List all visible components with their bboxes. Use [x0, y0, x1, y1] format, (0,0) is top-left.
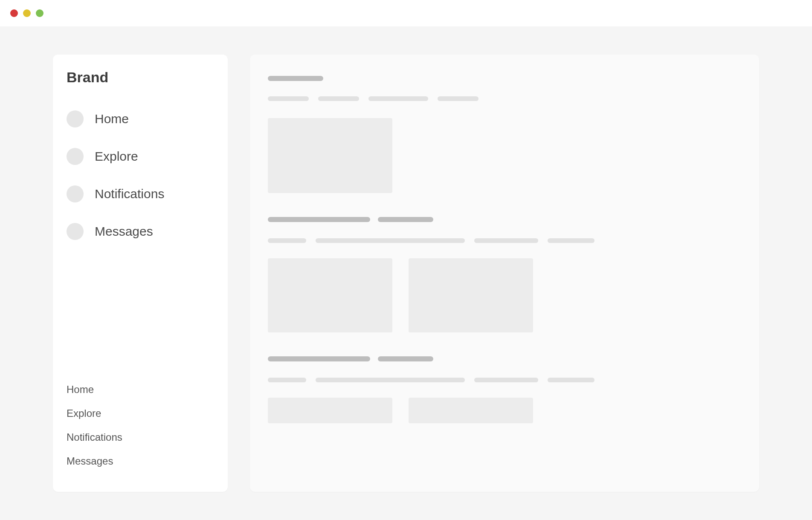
skeleton-line: [316, 378, 465, 382]
nav-secondary-home[interactable]: Home: [67, 384, 214, 396]
skeleton-line: [474, 378, 538, 382]
skeleton-line: [268, 238, 306, 243]
skeleton-line: [268, 217, 370, 222]
skeleton-line: [378, 217, 433, 222]
home-icon: [67, 110, 84, 127]
explore-icon: [67, 148, 84, 165]
messages-icon: [67, 223, 84, 240]
window-controls: [0, 0, 812, 26]
skeleton-media-placeholder: [268, 118, 392, 193]
skeleton-media-placeholder: [268, 398, 392, 423]
nav-item-messages[interactable]: Messages: [67, 223, 214, 240]
nav-label: Notifications: [95, 187, 164, 201]
skeleton-line: [268, 76, 323, 81]
notifications-icon: [67, 185, 84, 202]
skeleton-line: [548, 378, 594, 382]
skeleton-line: [316, 238, 465, 243]
nav-item-notifications[interactable]: Notifications: [67, 185, 214, 202]
layout: Brand Home Explore Notifications Message…: [53, 55, 759, 492]
skeleton-media-row: [268, 118, 741, 193]
nav-item-explore[interactable]: Explore: [67, 148, 214, 165]
skeleton-media-placeholder: [409, 398, 533, 423]
skeleton-line: [268, 378, 306, 382]
sidebar: Brand Home Explore Notifications Message…: [53, 55, 228, 492]
nav-secondary-explore[interactable]: Explore: [67, 407, 214, 419]
content-header-skeleton: [268, 76, 741, 193]
skeleton-line: [474, 238, 538, 243]
skeleton-media-row: [268, 398, 741, 423]
skeleton-line: [378, 356, 433, 361]
nav-secondary-messages[interactable]: Messages: [67, 455, 214, 467]
nav-secondary: Home Explore Notifications Messages: [67, 367, 214, 477]
skeleton-line: [318, 96, 359, 101]
nav-secondary-notifications[interactable]: Notifications: [67, 431, 214, 443]
skeleton-media-placeholder: [409, 258, 533, 332]
window-close-icon[interactable]: [10, 9, 18, 17]
nav-label: Explore: [95, 149, 138, 164]
page-background: Brand Home Explore Notifications Message…: [0, 26, 812, 520]
nav-label: Home: [95, 112, 129, 126]
skeleton-meta-row: [268, 96, 741, 101]
skeleton-title-row: [268, 76, 741, 81]
content-post-skeleton: [268, 356, 741, 423]
skeleton-media-placeholder: [268, 258, 392, 332]
content-post-skeleton: [268, 217, 741, 332]
skeleton-title-row: [268, 356, 741, 361]
skeleton-line: [268, 96, 309, 101]
skeleton-line: [438, 96, 478, 101]
skeleton-line: [368, 96, 428, 101]
skeleton-title-row: [268, 217, 741, 222]
brand-title: Brand: [67, 69, 214, 86]
nav-label: Messages: [95, 224, 153, 239]
window-zoom-icon[interactable]: [36, 9, 44, 17]
content: [250, 55, 759, 492]
nav-item-home[interactable]: Home: [67, 110, 214, 127]
skeleton-line: [268, 356, 370, 361]
nav-primary: Home Explore Notifications Messages: [67, 110, 214, 240]
skeleton-line: [548, 238, 594, 243]
skeleton-body-row: [268, 378, 741, 382]
window-minimize-icon[interactable]: [23, 9, 31, 17]
skeleton-media-row: [268, 258, 741, 332]
skeleton-body-row: [268, 238, 741, 243]
